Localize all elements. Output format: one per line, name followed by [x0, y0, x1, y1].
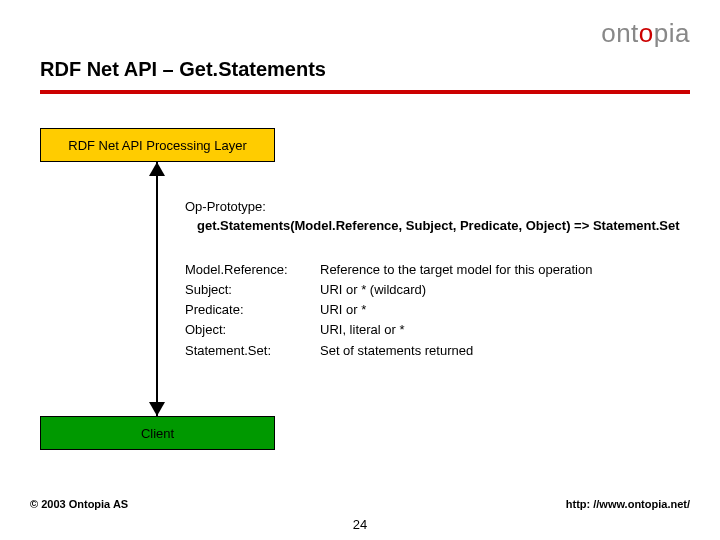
arrow-up-icon [149, 162, 165, 176]
prototype-label: Op-Prototype: [185, 198, 680, 217]
param-val: Reference to the target model for this o… [320, 260, 592, 280]
param-val: Set of statements returned [320, 341, 473, 361]
param-val: URI or * [320, 300, 366, 320]
logo-part1: ont [601, 18, 639, 48]
prototype-signature: get.Statements(Model.Reference, Subject,… [185, 217, 680, 236]
bidirectional-arrow-line [156, 162, 158, 416]
param-key: Predicate: [185, 300, 320, 320]
api-layer-label: RDF Net API Processing Layer [68, 138, 246, 153]
page-number: 24 [0, 517, 720, 532]
footer-copyright: © 2003 Ontopia AS [30, 498, 128, 510]
prototype-block: Op-Prototype: get.Statements(Model.Refer… [185, 198, 680, 236]
param-row: Subject: URI or * (wildcard) [185, 280, 592, 300]
client-label: Client [141, 426, 174, 441]
param-row: Model.Reference: Reference to the target… [185, 260, 592, 280]
logo-part2: pia [654, 18, 690, 48]
footer-url: http: //www.ontopia.net/ [566, 498, 690, 510]
api-layer-box: RDF Net API Processing Layer [40, 128, 275, 162]
param-key: Statement.Set: [185, 341, 320, 361]
client-box: Client [40, 416, 275, 450]
param-key: Subject: [185, 280, 320, 300]
arrow-down-icon [149, 402, 165, 416]
param-row: Statement.Set: Set of statements returne… [185, 341, 592, 361]
param-key: Model.Reference: [185, 260, 320, 280]
logo-accent: o [639, 18, 654, 48]
param-val: URI or * (wildcard) [320, 280, 426, 300]
param-key: Object: [185, 320, 320, 340]
page-title: RDF Net API – Get.Statements [40, 58, 690, 90]
title-rule [40, 90, 690, 94]
title-block: RDF Net API – Get.Statements [40, 58, 690, 94]
params-table: Model.Reference: Reference to the target… [185, 260, 592, 361]
param-row: Object: URI, literal or * [185, 320, 592, 340]
param-val: URI, literal or * [320, 320, 405, 340]
brand-logo: ontopia [601, 18, 690, 49]
param-row: Predicate: URI or * [185, 300, 592, 320]
